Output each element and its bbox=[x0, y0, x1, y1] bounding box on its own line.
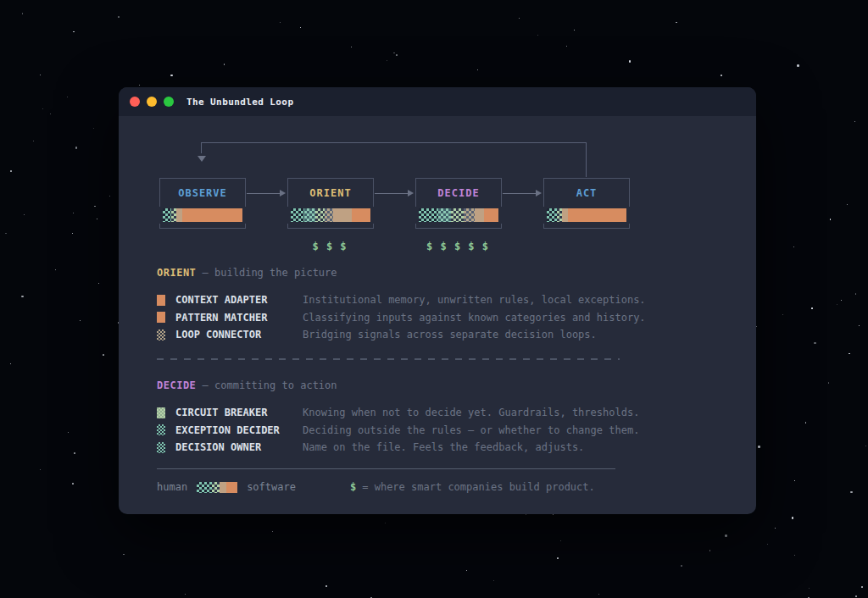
stage-bar-row bbox=[287, 207, 375, 224]
human-software-bar bbox=[419, 208, 498, 222]
bar-segment-tan bbox=[475, 208, 484, 222]
section-decide: DECIDE — committing to action CIRCUIT BR… bbox=[157, 379, 722, 457]
role-row: CIRCUIT BREAKER Knowing when not to deci… bbox=[157, 404, 722, 422]
human-software-gradient-chip bbox=[197, 482, 237, 493]
stage-label: OBSERVE bbox=[160, 179, 245, 206]
bar-segment-tan bbox=[176, 208, 183, 222]
arrow-decide-to-act-icon bbox=[503, 190, 542, 197]
role-row: CONTEXT ADAPTER Institutional memory, un… bbox=[157, 291, 722, 309]
decide-dollar-signs: $ $ $ $ $ bbox=[415, 241, 500, 252]
role-description: Name on the file. Feels the feedback, ad… bbox=[303, 441, 584, 453]
app-window: The Unbundled Loop OBSERVE ORIENT DECIDE… bbox=[119, 87, 756, 514]
role-description: Deciding outside the rules — or whether … bbox=[303, 424, 639, 436]
dashed-divider bbox=[157, 358, 620, 360]
bar-segment-orange bbox=[226, 482, 237, 493]
bar-segment-ck1 bbox=[419, 208, 438, 222]
arrow-observe-to-orient-icon bbox=[247, 190, 286, 197]
role-icon bbox=[157, 295, 165, 306]
section-header: ORIENT — building the picture bbox=[157, 267, 722, 279]
role-label: DECISION OWNER bbox=[175, 441, 303, 453]
traffic-lights bbox=[130, 97, 174, 107]
stage-bar-row bbox=[159, 207, 247, 224]
legend-note: $ = where smart companies build product. bbox=[350, 479, 595, 496]
dollar-symbol: $ bbox=[350, 481, 356, 493]
bar-segment-orange bbox=[484, 208, 498, 222]
role-label: PATTERN MATCHER bbox=[175, 312, 303, 324]
feedback-loop-line bbox=[201, 142, 587, 143]
stage-orient: ORIENT bbox=[287, 178, 374, 229]
bar-segment-ck3 bbox=[451, 208, 464, 222]
zoom-button-icon[interactable] bbox=[164, 97, 174, 107]
section-subtitle: — committing to action bbox=[203, 379, 337, 391]
bar-segment-tan bbox=[220, 482, 226, 493]
role-row: EXCEPTION DECIDER Deciding outside the r… bbox=[157, 422, 722, 440]
section-subtitle-text: — building the picture bbox=[203, 267, 337, 279]
section-subtitle-text: — committing to action bbox=[203, 379, 337, 391]
feedback-loop-right-drop bbox=[586, 142, 587, 177]
bar-segment-ck3 bbox=[212, 482, 220, 493]
stage-label: ACT bbox=[544, 179, 629, 206]
role-description: Institutional memory, unwritten rules, l… bbox=[303, 294, 646, 306]
bar-segment-ck4 bbox=[464, 208, 475, 222]
human-software-bar bbox=[163, 208, 242, 222]
bar-segment-ck2 bbox=[304, 208, 315, 222]
role-description: Classifying inputs against known categor… bbox=[303, 312, 646, 324]
role-row: DECISION OWNER Name on the file. Feels t… bbox=[157, 439, 722, 457]
bar-segment-tan bbox=[333, 208, 353, 222]
section-header: DECIDE — committing to action bbox=[157, 379, 722, 391]
human-software-bar bbox=[291, 208, 370, 222]
role-label: CONTEXT ADAPTER bbox=[175, 294, 303, 306]
stage-bar-row bbox=[415, 207, 503, 224]
window-title: The Unbundled Loop bbox=[186, 97, 293, 108]
minimize-button-icon[interactable] bbox=[147, 97, 157, 107]
stage-bar-row bbox=[542, 207, 631, 224]
bar-segment-ck3 bbox=[315, 208, 325, 222]
bar-segment-orange bbox=[352, 208, 370, 222]
bar-segment-ck1 bbox=[291, 208, 304, 222]
bar-segment-ck2 bbox=[438, 208, 451, 222]
bar-segment-orange bbox=[568, 208, 626, 222]
stage-label: DECIDE bbox=[416, 179, 501, 206]
role-icon bbox=[157, 442, 165, 453]
role-icon bbox=[157, 312, 165, 323]
role-icon bbox=[157, 424, 165, 435]
bar-segment-ck1 bbox=[163, 208, 171, 222]
role-icon bbox=[157, 407, 165, 418]
legend-row: human software $ = where smart companies… bbox=[157, 479, 722, 496]
legend-software-label: software bbox=[247, 481, 296, 493]
legend-human-label: human bbox=[157, 481, 187, 493]
section-title: DECIDE bbox=[157, 379, 196, 391]
section-title: ORIENT bbox=[157, 267, 196, 279]
role-label: EXCEPTION DECIDER bbox=[175, 424, 303, 436]
bar-segment-ck1 bbox=[547, 208, 557, 222]
orient-dollar-signs: $ $ $ bbox=[287, 241, 372, 252]
role-description: Bridging signals across separate decisio… bbox=[303, 329, 597, 341]
role-label: LOOP CONNECTOR bbox=[175, 329, 303, 341]
window-titlebar: The Unbundled Loop bbox=[119, 87, 756, 116]
feedback-loop-left-drop bbox=[201, 142, 202, 153]
role-row: LOOP CONNECTOR Bridging signals across s… bbox=[157, 326, 722, 344]
section-subtitle: — building the picture bbox=[203, 267, 337, 279]
bar-segment-tan bbox=[562, 208, 569, 222]
stage-observe: OBSERVE bbox=[159, 178, 246, 229]
human-software-bar bbox=[547, 208, 626, 222]
arrow-orient-to-decide-icon bbox=[375, 190, 414, 197]
close-button-icon[interactable] bbox=[130, 97, 140, 107]
stage-decide: DECIDE bbox=[415, 178, 502, 229]
stage-act: ACT bbox=[543, 178, 630, 229]
role-label: CIRCUIT BREAKER bbox=[175, 407, 303, 418]
footer-divider bbox=[157, 468, 615, 469]
bar-segment-ck4 bbox=[325, 208, 332, 222]
role-row: PATTERN MATCHER Classifying inputs again… bbox=[157, 309, 722, 327]
role-icon bbox=[157, 329, 165, 341]
legend-note-text: = where smart companies build product. bbox=[362, 481, 595, 493]
loop-arrow-down-icon bbox=[198, 156, 206, 162]
role-description: Knowing when not to decide yet. Guardrai… bbox=[303, 407, 639, 418]
stage-label: ORIENT bbox=[288, 179, 373, 206]
bar-segment-orange bbox=[182, 208, 242, 222]
section-orient: ORIENT — building the picture CONTEXT AD… bbox=[157, 267, 722, 344]
bar-segment-ck1 bbox=[197, 482, 212, 493]
